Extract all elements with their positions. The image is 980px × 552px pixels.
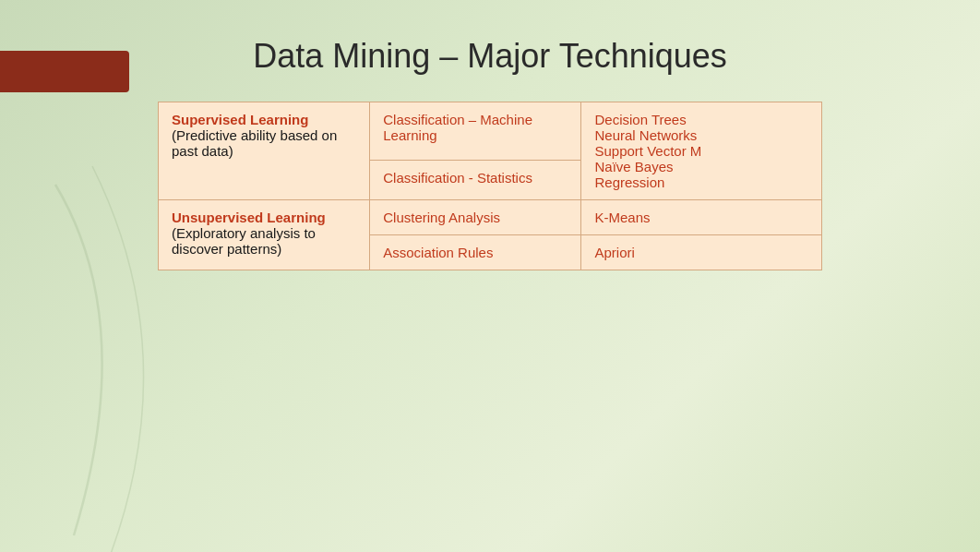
algo-svm: Support Vector M xyxy=(594,143,701,159)
supervised-learning-label: Supervised Learning xyxy=(172,112,308,127)
slide-content: Data Mining – Major Techniques Supervise… xyxy=(0,0,980,552)
unsupervised-learning-label: Unsupervised Learning xyxy=(172,210,326,225)
algo-decision-trees: Decision Trees xyxy=(594,112,686,127)
algo-naive-bayes: Naïve Bayes xyxy=(594,159,673,174)
supervised-algorithms-cell: Decision Trees Neural Networks Support V… xyxy=(581,102,822,200)
supervised-learning-sub: (Predictive ability based on past data) xyxy=(172,127,356,159)
table-wrapper: Supervised Learning (Predictive ability … xyxy=(158,102,822,270)
algo-kmeans: K-Means xyxy=(594,210,650,225)
clustering-cell: Clustering Analysis xyxy=(370,200,581,235)
association-rules-label: Association Rules xyxy=(383,245,493,260)
clustering-label: Clustering Analysis xyxy=(383,210,500,225)
page-title: Data Mining – Major Techniques xyxy=(46,37,934,76)
classification-ml-label: Classification – Machine Learning xyxy=(383,112,532,143)
supervised-learning-cell: Supervised Learning (Predictive ability … xyxy=(159,102,370,200)
unsupervised-learning-sub: (Exploratory analysis to discover patter… xyxy=(172,225,356,257)
algo-neural-networks: Neural Networks xyxy=(594,127,697,143)
algo-apriori: Apriori xyxy=(594,245,634,260)
apriori-cell: Apriori xyxy=(581,235,822,270)
classification-stats-cell: Classification - Statistics xyxy=(370,160,581,199)
table-row: Supervised Learning (Predictive ability … xyxy=(159,102,822,161)
unsupervised-learning-cell: Unsupervised Learning (Exploratory analy… xyxy=(159,200,370,270)
techniques-table: Supervised Learning (Predictive ability … xyxy=(158,102,822,270)
association-rules-cell: Association Rules xyxy=(370,235,581,270)
classification-ml-cell: Classification – Machine Learning xyxy=(370,102,581,161)
table-row: Unsupervised Learning (Exploratory analy… xyxy=(159,200,822,235)
algo-regression: Regression xyxy=(594,174,664,190)
classification-stats-label: Classification - Statistics xyxy=(383,170,532,186)
kmeans-cell: K-Means xyxy=(581,200,822,235)
